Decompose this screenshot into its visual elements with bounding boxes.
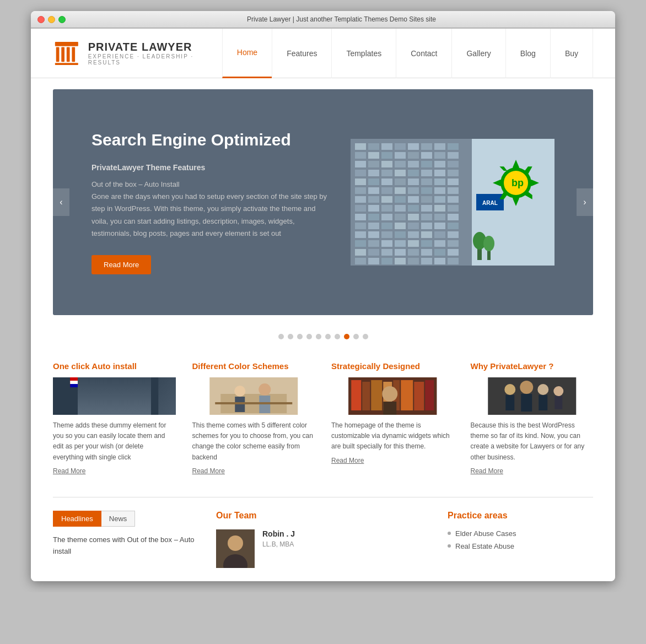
svg-rect-30: [434, 161, 445, 167]
svg-rect-57: [368, 196, 379, 203]
svg-rect-78: [434, 214, 445, 220]
svg-rect-17: [368, 152, 379, 159]
svg-rect-151: [371, 380, 382, 410]
svg-rect-60: [408, 196, 419, 203]
svg-rect-72: [355, 214, 366, 220]
svg-rect-64: [355, 205, 366, 212]
svg-rect-20: [408, 152, 419, 159]
nav-buy[interactable]: Buy: [550, 29, 593, 78]
slider-dot-6[interactable]: [325, 334, 331, 339]
svg-rect-14: [434, 143, 445, 150]
logo-text: PRIVATE LAWYER EXPERIENCE · LEADERSHIP ·…: [88, 41, 223, 66]
svg-rect-13: [421, 143, 432, 150]
svg-rect-100: [408, 240, 419, 247]
svg-rect-19: [395, 152, 406, 159]
svg-rect-42: [381, 178, 392, 185]
news-tab[interactable]: News: [101, 511, 136, 527]
minimize-button[interactable]: [48, 16, 55, 23]
svg-rect-62: [434, 196, 445, 203]
practice-label: Real Estate Abuse: [455, 542, 514, 550]
svg-rect-71: [448, 205, 459, 212]
svg-rect-16: [355, 152, 366, 159]
svg-rect-75: [395, 214, 406, 220]
browser-body: PRIVATE LAWYER EXPERIENCE · LEADERSHIP ·…: [31, 28, 615, 581]
svg-rect-104: [355, 249, 366, 256]
site-name: PRIVATE LAWYER: [88, 41, 223, 53]
headlines-tab[interactable]: Headlines: [53, 511, 101, 527]
main-nav: Home Features Templates Contact Gallery …: [223, 29, 593, 78]
svg-rect-131: [92, 380, 136, 410]
feature-1-image: [53, 377, 176, 415]
svg-rect-155: [414, 382, 424, 410]
feature-4-read-more[interactable]: Read More: [471, 467, 594, 475]
browser-chrome: Private Lawyer | Just another Templatic …: [31, 11, 615, 28]
svg-rect-32: [355, 170, 366, 176]
slider-prev-button[interactable]: ‹: [53, 188, 69, 216]
feature-3-desc: The homepage of the theme is customizabl…: [331, 420, 454, 452]
practice-heading: Practice areas: [448, 511, 593, 521]
svg-rect-118: [434, 258, 445, 264]
svg-rect-76: [408, 214, 419, 220]
team-heading: Our Team: [216, 511, 430, 521]
feature-1-read-more[interactable]: Read More: [53, 467, 176, 475]
slider-dot-8[interactable]: [344, 334, 349, 339]
bottom-section: Headlines News The theme comes with Out …: [31, 497, 615, 581]
svg-rect-112: [355, 258, 366, 264]
svg-rect-167: [555, 396, 562, 409]
svg-point-169: [228, 535, 243, 551]
svg-point-134: [117, 385, 127, 394]
browser-title: Private Lawyer | Just another Templatic …: [74, 15, 609, 23]
slider-dot-5[interactable]: [316, 334, 321, 339]
headlines-column: Headlines News The theme comes with Out …: [53, 511, 207, 568]
svg-rect-88: [355, 231, 366, 238]
site-tagline: EXPERIENCE · LEADERSHIP · RESULTS: [88, 53, 223, 66]
slider-dot-10[interactable]: [363, 334, 368, 339]
slider-dot-2[interactable]: [288, 334, 293, 339]
feature-4-image: [471, 377, 594, 415]
feature-2-title: Different Color Schemes: [192, 361, 315, 371]
svg-rect-10: [381, 143, 392, 150]
team-name: Robin . J: [262, 529, 295, 538]
svg-rect-135: [118, 394, 127, 408]
bullet-icon: [448, 544, 451, 548]
close-button[interactable]: [37, 16, 45, 23]
hero-read-more-button[interactable]: Read More: [91, 255, 151, 274]
feature-2-read-more[interactable]: Read More: [192, 467, 315, 475]
svg-rect-150: [362, 382, 370, 410]
svg-rect-97: [368, 240, 379, 247]
slider-dot-4[interactable]: [306, 334, 312, 339]
nav-gallery[interactable]: Gallery: [451, 29, 505, 78]
hero-slider: ‹ Search Engine Optimized PrivateLawyer …: [53, 89, 593, 315]
nav-home[interactable]: Home: [222, 29, 272, 78]
nav-contact[interactable]: Contact: [396, 29, 452, 78]
slider-dot-3[interactable]: [297, 334, 303, 339]
feature-3-title: Strategically Designed: [331, 361, 454, 371]
svg-rect-40: [355, 178, 366, 185]
svg-rect-15: [448, 143, 459, 150]
slider-dot-1[interactable]: [278, 334, 284, 339]
svg-point-166: [553, 386, 563, 396]
svg-rect-12: [408, 143, 419, 150]
svg-rect-36: [408, 170, 419, 176]
svg-point-162: [520, 381, 533, 394]
nav-blog[interactable]: Blog: [505, 29, 551, 78]
svg-rect-8: [355, 143, 366, 150]
slider-dot-7[interactable]: [335, 334, 340, 339]
svg-rect-25: [368, 161, 379, 167]
feature-4-title: Why PrivateLawyer ?: [471, 361, 594, 371]
practice-column: Practice areas Elder Abuse Cases Real Es…: [439, 511, 593, 568]
svg-point-160: [504, 384, 515, 395]
nav-features[interactable]: Features: [272, 29, 332, 78]
team-column: Our Team Robin . J LL.B, MBA: [207, 511, 439, 568]
svg-rect-3: [67, 47, 70, 62]
slider-next-button[interactable]: ›: [577, 188, 593, 216]
svg-rect-161: [505, 395, 514, 410]
feature-3-read-more[interactable]: Read More: [331, 457, 454, 464]
svg-point-157: [382, 386, 397, 402]
svg-rect-109: [421, 249, 432, 256]
slider-subtitle: PrivateLawyer Theme Features: [91, 163, 329, 172]
maximize-button[interactable]: [58, 16, 66, 23]
tab-header: Headlines News: [53, 511, 198, 527]
nav-templates[interactable]: Templates: [331, 29, 396, 78]
slider-dot-9[interactable]: [353, 334, 359, 339]
